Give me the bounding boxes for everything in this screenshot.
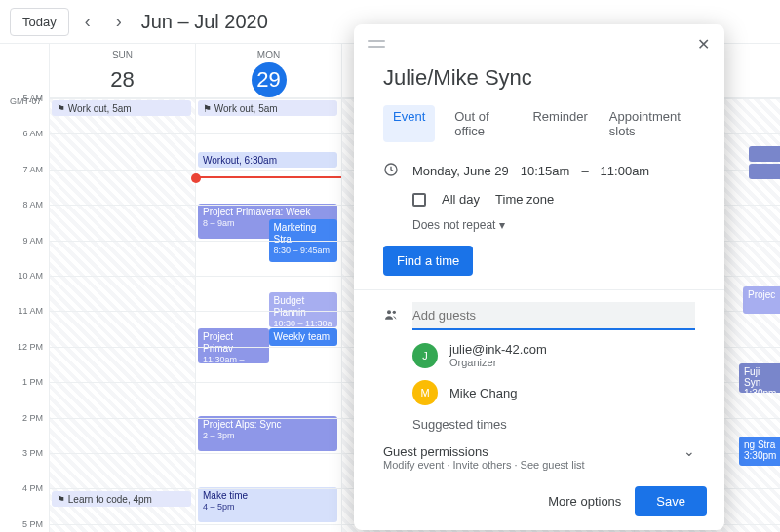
svg-point-2	[393, 311, 396, 314]
people-icon	[383, 307, 401, 325]
dow-label: MON	[196, 50, 341, 60]
event-end-time[interactable]: 11:00am	[601, 164, 650, 178]
event-start-time[interactable]: 10:15am	[521, 164, 570, 178]
event-make-time[interactable]: Make time 4 – 5pm	[198, 487, 337, 522]
suggested-times-link[interactable]: Suggested times	[354, 411, 724, 437]
more-options-button[interactable]: More options	[548, 494, 621, 509]
today-button[interactable]: Today	[10, 8, 69, 36]
recurrence-selector[interactable]: Does not repeat ▾	[412, 218, 505, 232]
add-guests-input[interactable]	[412, 302, 695, 330]
close-button[interactable]: ✕	[691, 32, 715, 56]
date-range: Jun – Jul 2020	[141, 11, 268, 33]
hour-label: 5 PM	[22, 519, 43, 529]
event-time: 10:30 – 11:30a	[274, 319, 333, 327]
event-chip[interactable]: Projec	[743, 286, 780, 314]
now-indicator	[196, 176, 341, 178]
event-learn[interactable]: ⚑ Learn to code, 4pm	[52, 491, 191, 507]
event-time: 4 – 5pm	[203, 502, 332, 513]
hour-label: 6 AM	[22, 129, 43, 138]
event-title: Project Primav	[203, 331, 233, 354]
datetime-row: Monday, June 29 10:15am – 11:00am	[354, 156, 724, 186]
guest-permissions-label: Guest permissions	[383, 444, 488, 459]
hour-label: 4 PM	[22, 483, 43, 493]
save-button[interactable]: Save	[635, 486, 707, 516]
hour-label: 8 AM	[22, 200, 43, 209]
event-time: 8:30 – 9:45am	[274, 246, 333, 256]
event-chip[interactable]: ng Stra 3:30pm	[739, 437, 780, 466]
guest-permissions-summary: Modify event · Invite others · See guest…	[354, 459, 724, 478]
event-chip[interactable]: Fuji Syn 1:30pm	[739, 363, 780, 393]
event-title-input[interactable]	[383, 61, 695, 95]
event-chip[interactable]	[749, 146, 780, 162]
hour-label: 3 PM	[22, 448, 43, 458]
event-time: 11:30am – 12:30pm	[203, 355, 264, 363]
day-header-mon[interactable]: MON 29	[195, 44, 341, 97]
event-title: Make time	[203, 490, 248, 501]
avatar: M	[412, 380, 438, 405]
chevron-down-icon: ⌄	[683, 443, 695, 459]
hour-label: 5 AM	[22, 94, 43, 103]
day-header-sun[interactable]: SUN 28	[49, 44, 195, 97]
guest-role: Organizer	[449, 357, 547, 368]
find-a-time-button[interactable]: Find a time	[383, 246, 473, 276]
event-weekly-team[interactable]: Weekly team e	[269, 328, 338, 346]
event-title: Fuji Syn	[744, 366, 760, 388]
event-chip[interactable]	[749, 164, 780, 179]
event-budget[interactable]: Budget Plannin 10:30 – 11:30a	[269, 292, 338, 327]
add-guests-row	[354, 296, 724, 336]
event-title: Budget Plannin	[274, 295, 306, 318]
timezone-column: GMT-07 5 AM6 AM7 AM8 AM9 AM10 AM11 AM12 …	[0, 44, 49, 532]
event-type-tabs: Event Out of office Reminder Appointment…	[354, 105, 724, 156]
guest-row[interactable]: M Mike Chang	[354, 374, 724, 411]
drag-handle-icon[interactable]	[368, 40, 385, 48]
guest-name: Mike Chang	[449, 386, 517, 400]
svg-point-1	[387, 310, 391, 314]
hour-label: 9 AM	[22, 236, 43, 246]
hour-label: 1 PM	[22, 377, 43, 387]
day-column-sun[interactable]: ⚑ Work out, 5am ⚑ Learn to code, 4pm	[49, 98, 195, 532]
clock-icon	[383, 162, 401, 180]
dow-label: SUN	[50, 50, 195, 60]
allday-checkbox[interactable]	[412, 193, 426, 207]
event-workout-sun[interactable]: ⚑ Work out, 5am	[52, 100, 191, 116]
event-date[interactable]: Monday, June 29	[412, 164, 509, 178]
allday-label: All day	[442, 192, 480, 207]
day-column-mon[interactable]: ⚑ Work out, 5am Workout, 6:30am Project …	[195, 98, 341, 532]
event-title: Project Primavera: Week	[203, 207, 310, 217]
dash: –	[581, 164, 588, 178]
tab-appointment-slots[interactable]: Appointment slots	[607, 105, 695, 142]
event-workout-630[interactable]: Workout, 6:30am	[198, 152, 337, 168]
event-title: ng Stra	[744, 439, 775, 450]
day-number: 28	[105, 62, 140, 97]
event-title: Project Alps: Sync	[203, 419, 282, 430]
hour-label: 12 PM	[18, 342, 43, 352]
timezone-link[interactable]: Time zone	[495, 192, 554, 207]
guest-name: julie@ink-42.com	[449, 342, 547, 357]
event-time: 2 – 3pm	[203, 431, 332, 441]
tab-out-of-office[interactable]: Out of office	[452, 105, 513, 142]
avatar: J	[412, 343, 438, 368]
event-title: Projec	[748, 289, 775, 300]
next-button[interactable]: ›	[106, 9, 132, 34]
event-workout-mon[interactable]: ⚑ Work out, 5am	[198, 100, 337, 116]
event-time: 3:30pm	[744, 450, 776, 461]
tab-reminder[interactable]: Reminder	[530, 105, 589, 142]
hour-label: 10 AM	[18, 271, 43, 281]
event-create-modal: ✕ Event Out of office Reminder Appointme…	[354, 24, 724, 530]
prev-button[interactable]: ‹	[75, 9, 100, 34]
event-alps[interactable]: Project Alps: Sync 2 – 3pm	[198, 416, 337, 451]
hour-label: 7 AM	[22, 165, 43, 174]
event-time: 1:30pm	[744, 388, 776, 393]
hour-label: 11 AM	[18, 306, 43, 316]
day-number: 29	[252, 62, 287, 97]
tab-event[interactable]: Event	[383, 105, 435, 142]
guest-row[interactable]: J julie@ink-42.com Organizer	[354, 336, 724, 374]
guest-permissions-toggle[interactable]: Guest permissions ⌄	[354, 437, 724, 459]
hour-label: 2 PM	[22, 413, 43, 423]
